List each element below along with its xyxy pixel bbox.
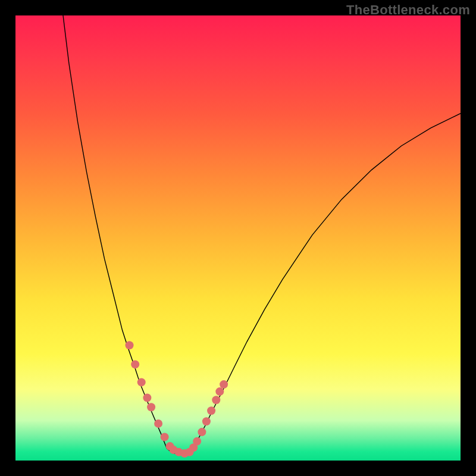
highlight-dot <box>147 403 155 411</box>
highlight-dot <box>131 360 139 368</box>
highlight-dots <box>126 341 228 458</box>
chart-svg <box>15 15 461 461</box>
highlight-dot <box>202 417 211 425</box>
plot-area <box>15 15 461 461</box>
highlight-dot <box>220 380 228 389</box>
highlight-dot <box>154 419 162 428</box>
watermark-text: TheBottleneck.com <box>346 2 470 18</box>
highlight-dot <box>207 406 215 415</box>
highlight-dot <box>198 428 206 436</box>
highlight-dot <box>143 394 151 402</box>
highlight-dot <box>212 396 220 404</box>
highlight-dot <box>161 433 169 441</box>
right-curve <box>188 114 461 452</box>
highlight-dot <box>126 341 134 349</box>
highlight-dot <box>137 378 146 386</box>
highlight-dot <box>193 437 201 446</box>
highlight-dot <box>215 387 224 396</box>
left-curve <box>63 15 167 449</box>
chart-container: TheBottleneck.com <box>0 0 476 476</box>
